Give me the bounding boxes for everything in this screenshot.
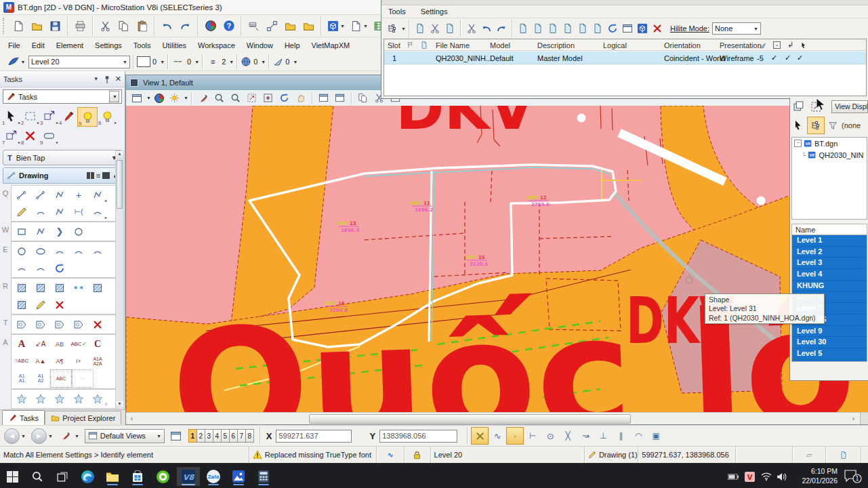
review-tags-tool[interactable] xyxy=(50,316,69,333)
open-reference-button[interactable] xyxy=(516,23,531,34)
change-attributes-tool[interactable]: 4 xyxy=(58,107,77,125)
change-pattern-tool[interactable] xyxy=(31,296,50,313)
ref-locate-check[interactable]: ✓ xyxy=(797,52,803,64)
menu-workspace[interactable]: Workspace xyxy=(198,41,235,49)
rectangle-tool[interactable] xyxy=(12,223,31,240)
resize-corner[interactable] xyxy=(860,413,868,424)
select-cell-tool[interactable] xyxy=(50,390,69,407)
microstation-taskbar-icon[interactable]: V8 xyxy=(177,467,200,486)
element-selection-tool[interactable]: 1▸ xyxy=(1,107,20,125)
ref-presentation-button[interactable] xyxy=(385,23,400,34)
coc-coc-icon[interactable] xyxy=(153,467,172,486)
col-orientation[interactable]: Orientation xyxy=(664,39,701,51)
references-menu-tools[interactable]: Tools xyxy=(388,7,406,16)
place-note-tool[interactable]: ↙A xyxy=(31,336,50,352)
menu-utilities[interactable]: Utilities xyxy=(163,41,186,49)
move-reference-button[interactable] xyxy=(560,23,575,34)
scale-reference-button[interactable] xyxy=(590,23,605,34)
col-file-name[interactable]: File Name xyxy=(436,39,470,51)
edit-tags-tool[interactable] xyxy=(31,316,50,333)
link-set-button[interactable] xyxy=(263,20,281,32)
keypoint-snap-icon[interactable]: ▫ xyxy=(506,427,524,445)
col-snap-icon[interactable]: ↲ xyxy=(787,39,793,51)
fence-tool[interactable]: 2▸ xyxy=(20,107,39,125)
apply-to-open-views-button[interactable] xyxy=(793,101,805,113)
section-bien-tap[interactable]: T Bien Tap ▼ xyxy=(3,150,122,165)
transparency-value[interactable]: 0 xyxy=(253,58,257,66)
circle-tool[interactable] xyxy=(12,243,31,260)
status-active-level[interactable]: Level 20 xyxy=(430,447,584,463)
view-previous-button[interactable] xyxy=(316,93,332,103)
nearest-snap-icon[interactable]: ∿ xyxy=(489,431,506,441)
models-button[interactable] xyxy=(201,20,220,32)
x-coordinate-field[interactable]: 599271.637 xyxy=(276,430,352,443)
menu-element[interactable]: Element xyxy=(56,41,83,49)
open-file-button[interactable] xyxy=(28,20,46,32)
col-description[interactable]: Description xyxy=(537,39,575,51)
move-tool[interactable]: 3▸ xyxy=(39,107,58,125)
priority-value[interactable]: 0 xyxy=(285,58,289,66)
arc-tool[interactable] xyxy=(50,243,69,260)
freehand-tool[interactable] xyxy=(12,203,31,220)
delete-clip-button[interactable] xyxy=(442,23,457,34)
arc-edge-tool[interactable] xyxy=(69,243,88,260)
shape-tool[interactable] xyxy=(31,223,50,240)
spiral-tool[interactable] xyxy=(50,260,69,277)
menu-help[interactable]: Help xyxy=(285,41,300,49)
section-drawing[interactable]: Drawing ≡ ▲ xyxy=(3,167,122,184)
scroll-up-icon[interactable]: ▲ xyxy=(116,151,123,159)
view-attributes-arrow-icon[interactable]: ▼ xyxy=(146,96,151,100)
wifi-icon[interactable] xyxy=(760,467,773,486)
place-cell-tool[interactable] xyxy=(12,390,31,407)
scroll-thumb[interactable] xyxy=(117,160,123,209)
close-icon[interactable]: ✕ xyxy=(115,75,121,83)
multiline-tool[interactable] xyxy=(50,186,69,203)
rotate-reference-button[interactable] xyxy=(605,23,620,34)
active-highlight-tool[interactable]: 5 xyxy=(77,107,98,127)
locks-icon[interactable] xyxy=(404,447,430,463)
identify-cell-tool[interactable]: ? xyxy=(88,390,107,407)
curve-tool[interactable] xyxy=(31,203,50,220)
tangent-snap-icon[interactable]: ↝ xyxy=(577,431,594,441)
delete-pattern-tool[interactable] xyxy=(50,296,69,313)
redo-button[interactable] xyxy=(176,20,194,32)
flag-icon[interactable] xyxy=(407,39,414,51)
tree-child-row[interactable]: └ QH2030_NIN xyxy=(792,149,867,161)
edge-icon[interactable] xyxy=(78,467,97,486)
color-swatch-icon[interactable] xyxy=(137,56,150,67)
tag-sets-button[interactable] xyxy=(245,20,263,32)
tree-collapse-icon[interactable]: − xyxy=(794,140,802,147)
y-coordinate-field[interactable]: 1383968.056 xyxy=(379,430,457,443)
level-item[interactable]: Level 2 xyxy=(792,247,867,258)
save-button[interactable] xyxy=(46,20,64,32)
status-warning[interactable]: Replaced missing TrueType font [Italic xyxy=(249,447,376,463)
cell-origin-tool[interactable] xyxy=(69,390,88,407)
col-model[interactable]: Model xyxy=(490,39,510,51)
dimension-line-tool[interactable]: ⊢( xyxy=(69,203,88,220)
regular-polygon-tool[interactable] xyxy=(69,223,88,240)
hatch-area-tool[interactable] xyxy=(12,279,31,296)
col-display-icon[interactable]: • xyxy=(773,39,781,51)
layout-list-icon[interactable]: ≡ xyxy=(96,171,100,180)
view-display-button[interactable]: View Displa xyxy=(831,100,868,113)
brightness-button[interactable] xyxy=(167,93,182,103)
toolbar-handle[interactable] xyxy=(3,18,7,34)
copy-button[interactable] xyxy=(115,20,133,32)
match-pattern-tool[interactable] xyxy=(12,296,31,313)
no-nest-button[interactable] xyxy=(650,23,665,34)
view-groups-window-icon[interactable] xyxy=(167,430,185,442)
zoom-in-button[interactable] xyxy=(211,93,228,103)
rotate-view-button[interactable] xyxy=(276,93,293,103)
zoom-out-button[interactable] xyxy=(228,93,244,103)
delete-tags-tool[interactable] xyxy=(88,316,107,333)
view-next-button[interactable] xyxy=(332,93,348,103)
clip-reference-button[interactable] xyxy=(428,23,442,34)
multi-snap-icon[interactable]: ▣ xyxy=(647,431,665,441)
col-presentation[interactable]: Presentation xyxy=(720,39,762,51)
menu-edit[interactable]: Edit xyxy=(32,41,45,49)
layout-panel-icon[interactable] xyxy=(102,172,110,179)
battery-icon[interactable] xyxy=(726,467,740,486)
active-color-value[interactable]: 0 xyxy=(152,58,157,66)
start-button[interactable] xyxy=(3,467,22,486)
attach-tags-tool[interactable] xyxy=(12,316,31,333)
